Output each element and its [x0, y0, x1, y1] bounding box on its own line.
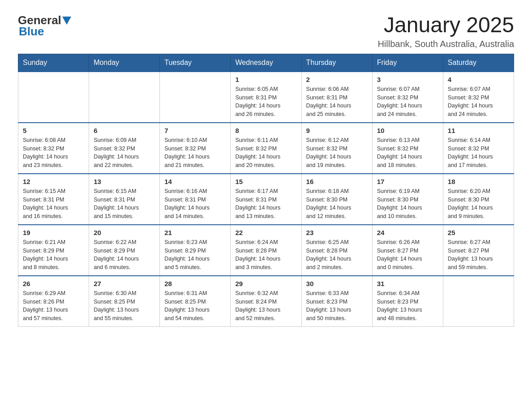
day-number: 23: [306, 229, 368, 236]
calendar-week-1: 1Sunrise: 6:05 AM Sunset: 8:31 PM Daylig…: [18, 72, 514, 123]
day-info: Sunrise: 6:06 AM Sunset: 8:31 PM Dayligh…: [306, 85, 368, 119]
day-info: Sunrise: 6:26 AM Sunset: 8:27 PM Dayligh…: [377, 238, 438, 272]
calendar-cell: 1Sunrise: 6:05 AM Sunset: 8:31 PM Daylig…: [231, 72, 301, 123]
calendar-body: 1Sunrise: 6:05 AM Sunset: 8:31 PM Daylig…: [18, 72, 514, 327]
day-info: Sunrise: 6:29 AM Sunset: 8:26 PM Dayligh…: [23, 289, 84, 323]
day-info: Sunrise: 6:07 AM Sunset: 8:32 PM Dayligh…: [377, 85, 438, 119]
calendar-cell: 19Sunrise: 6:21 AM Sunset: 8:29 PM Dayli…: [18, 225, 89, 276]
day-info: Sunrise: 6:34 AM Sunset: 8:23 PM Dayligh…: [377, 289, 438, 323]
logo: General Blue: [18, 13, 71, 39]
day-number: 8: [235, 127, 296, 134]
svg-marker-0: [62, 17, 71, 25]
day-info: Sunrise: 6:10 AM Sunset: 8:32 PM Dayligh…: [164, 136, 226, 170]
calendar-cell: 9Sunrise: 6:12 AM Sunset: 8:32 PM Daylig…: [301, 123, 372, 174]
calendar-cell: 23Sunrise: 6:25 AM Sunset: 8:28 PM Dayli…: [301, 225, 372, 276]
day-number: 21: [164, 229, 226, 236]
day-info: Sunrise: 6:32 AM Sunset: 8:24 PM Dayligh…: [235, 289, 296, 323]
calendar-cell: [18, 72, 89, 123]
page-title: January 2025: [378, 13, 514, 37]
day-number: 5: [23, 127, 84, 134]
calendar-cell: 6Sunrise: 6:09 AM Sunset: 8:32 PM Daylig…: [89, 123, 160, 174]
calendar-cell: 20Sunrise: 6:22 AM Sunset: 8:29 PM Dayli…: [89, 225, 160, 276]
day-number: 17: [377, 178, 438, 185]
day-number: 27: [94, 280, 155, 287]
day-number: 7: [164, 127, 226, 134]
header-saturday: Saturday: [443, 54, 514, 72]
calendar-cell: 17Sunrise: 6:19 AM Sunset: 8:30 PM Dayli…: [372, 174, 443, 225]
calendar-cell: 27Sunrise: 6:30 AM Sunset: 8:25 PM Dayli…: [89, 276, 160, 327]
calendar-cell: 22Sunrise: 6:24 AM Sunset: 8:28 PM Dayli…: [231, 225, 301, 276]
day-number: 31: [377, 280, 438, 287]
day-info: Sunrise: 6:07 AM Sunset: 8:32 PM Dayligh…: [448, 85, 509, 119]
day-number: 11: [448, 127, 509, 134]
day-number: 18: [448, 178, 509, 185]
calendar-cell: 24Sunrise: 6:26 AM Sunset: 8:27 PM Dayli…: [372, 225, 443, 276]
day-number: 6: [94, 127, 155, 134]
day-number: 24: [377, 229, 438, 236]
calendar-cell: [160, 72, 231, 123]
calendar-week-2: 5Sunrise: 6:08 AM Sunset: 8:32 PM Daylig…: [18, 123, 514, 174]
day-info: Sunrise: 6:15 AM Sunset: 8:31 PM Dayligh…: [23, 187, 84, 221]
calendar-cell: 28Sunrise: 6:31 AM Sunset: 8:25 PM Dayli…: [160, 276, 231, 327]
day-number: 15: [235, 178, 296, 185]
day-info: Sunrise: 6:09 AM Sunset: 8:32 PM Dayligh…: [94, 136, 155, 170]
day-number: 13: [94, 178, 155, 185]
calendar-cell: 31Sunrise: 6:34 AM Sunset: 8:23 PM Dayli…: [372, 276, 443, 327]
calendar-cell: 25Sunrise: 6:27 AM Sunset: 8:27 PM Dayli…: [443, 225, 514, 276]
calendar-cell: 29Sunrise: 6:32 AM Sunset: 8:24 PM Dayli…: [231, 276, 301, 327]
day-number: 9: [306, 127, 368, 134]
logo-arrow-icon: [62, 17, 71, 26]
logo-blue: Blue: [19, 25, 44, 39]
calendar-cell: 5Sunrise: 6:08 AM Sunset: 8:32 PM Daylig…: [18, 123, 89, 174]
day-number: 3: [377, 76, 438, 83]
day-info: Sunrise: 6:12 AM Sunset: 8:32 PM Dayligh…: [306, 136, 368, 170]
calendar-cell: 10Sunrise: 6:13 AM Sunset: 8:32 PM Dayli…: [372, 123, 443, 174]
calendar-cell: 2Sunrise: 6:06 AM Sunset: 8:31 PM Daylig…: [301, 72, 372, 123]
calendar-cell: 18Sunrise: 6:20 AM Sunset: 8:30 PM Dayli…: [443, 174, 514, 225]
day-info: Sunrise: 6:13 AM Sunset: 8:32 PM Dayligh…: [377, 136, 438, 170]
day-number: 2: [306, 76, 368, 83]
day-number: 19: [23, 229, 84, 236]
calendar-cell: 7Sunrise: 6:10 AM Sunset: 8:32 PM Daylig…: [160, 123, 231, 174]
header-tuesday: Tuesday: [160, 54, 231, 72]
day-info: Sunrise: 6:14 AM Sunset: 8:32 PM Dayligh…: [448, 136, 509, 170]
day-info: Sunrise: 6:31 AM Sunset: 8:25 PM Dayligh…: [164, 289, 226, 323]
calendar-cell: 4Sunrise: 6:07 AM Sunset: 8:32 PM Daylig…: [443, 72, 514, 123]
calendar-cell: 11Sunrise: 6:14 AM Sunset: 8:32 PM Dayli…: [443, 123, 514, 174]
day-number: 26: [23, 280, 84, 287]
day-info: Sunrise: 6:15 AM Sunset: 8:31 PM Dayligh…: [94, 187, 155, 221]
calendar-cell: 16Sunrise: 6:18 AM Sunset: 8:30 PM Dayli…: [301, 174, 372, 225]
calendar-table: Sunday Monday Tuesday Wednesday Thursday…: [18, 54, 514, 327]
day-info: Sunrise: 6:08 AM Sunset: 8:32 PM Dayligh…: [23, 136, 84, 170]
day-info: Sunrise: 6:20 AM Sunset: 8:30 PM Dayligh…: [448, 187, 509, 221]
day-info: Sunrise: 6:21 AM Sunset: 8:29 PM Dayligh…: [23, 238, 84, 272]
day-info: Sunrise: 6:25 AM Sunset: 8:28 PM Dayligh…: [306, 238, 368, 272]
day-info: Sunrise: 6:27 AM Sunset: 8:27 PM Dayligh…: [448, 238, 509, 272]
calendar-cell: 8Sunrise: 6:11 AM Sunset: 8:32 PM Daylig…: [231, 123, 301, 174]
day-number: 4: [448, 76, 509, 83]
day-info: Sunrise: 6:11 AM Sunset: 8:32 PM Dayligh…: [235, 136, 296, 170]
calendar-header: Sunday Monday Tuesday Wednesday Thursday…: [18, 54, 514, 72]
day-number: 30: [306, 280, 368, 287]
day-number: 29: [235, 280, 296, 287]
page-header: General Blue January 2025 Hillbank, Sout…: [18, 13, 514, 49]
calendar-cell: 30Sunrise: 6:33 AM Sunset: 8:23 PM Dayli…: [301, 276, 372, 327]
day-info: Sunrise: 6:16 AM Sunset: 8:31 PM Dayligh…: [164, 187, 226, 221]
header-monday: Monday: [89, 54, 160, 72]
header-thursday: Thursday: [301, 54, 372, 72]
calendar-cell: 26Sunrise: 6:29 AM Sunset: 8:26 PM Dayli…: [18, 276, 89, 327]
page-subtitle: Hillbank, South Australia, Australia: [378, 39, 514, 49]
day-number: 28: [164, 280, 226, 287]
day-number: 25: [448, 229, 509, 236]
header-row: Sunday Monday Tuesday Wednesday Thursday…: [18, 54, 514, 72]
calendar-week-3: 12Sunrise: 6:15 AM Sunset: 8:31 PM Dayli…: [18, 174, 514, 225]
header-sunday: Sunday: [18, 54, 89, 72]
day-number: 1: [235, 76, 296, 83]
day-info: Sunrise: 6:17 AM Sunset: 8:31 PM Dayligh…: [235, 187, 296, 221]
day-number: 20: [94, 229, 155, 236]
header-wednesday: Wednesday: [231, 54, 301, 72]
day-info: Sunrise: 6:22 AM Sunset: 8:29 PM Dayligh…: [94, 238, 155, 272]
header-friday: Friday: [372, 54, 443, 72]
day-info: Sunrise: 6:05 AM Sunset: 8:31 PM Dayligh…: [235, 85, 296, 119]
day-number: 10: [377, 127, 438, 134]
